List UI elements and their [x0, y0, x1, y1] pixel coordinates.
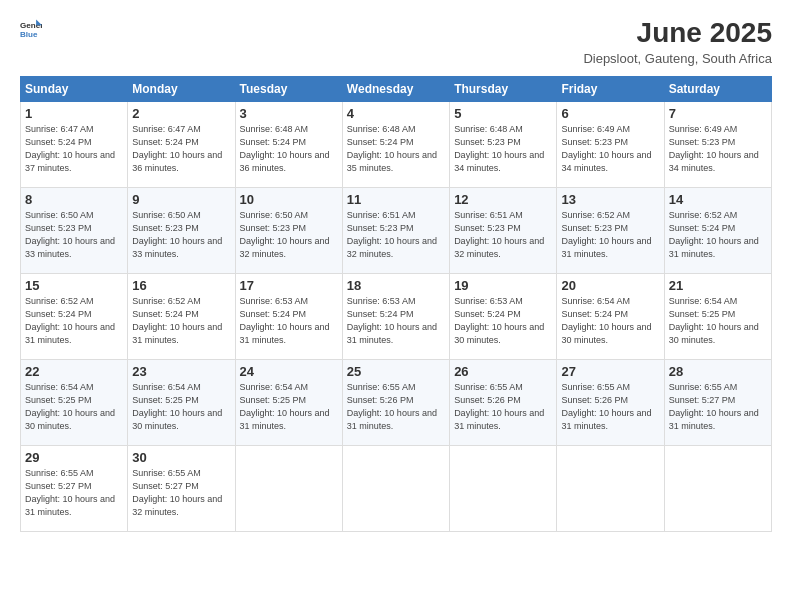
- calendar-cell: 3 Sunrise: 6:48 AMSunset: 5:24 PMDayligh…: [235, 101, 342, 187]
- day-info: Sunrise: 6:55 AMSunset: 5:26 PMDaylight:…: [454, 382, 544, 431]
- calendar-week-row: 15 Sunrise: 6:52 AMSunset: 5:24 PMDaylig…: [21, 273, 772, 359]
- day-info: Sunrise: 6:49 AMSunset: 5:23 PMDaylight:…: [669, 124, 759, 173]
- calendar-cell: [664, 445, 771, 531]
- day-number: 16: [132, 278, 230, 293]
- day-number: 2: [132, 106, 230, 121]
- col-monday: Monday: [128, 76, 235, 101]
- calendar-week-row: 29 Sunrise: 6:55 AMSunset: 5:27 PMDaylig…: [21, 445, 772, 531]
- calendar-cell: 11 Sunrise: 6:51 AMSunset: 5:23 PMDaylig…: [342, 187, 449, 273]
- day-number: 30: [132, 450, 230, 465]
- calendar-cell: 24 Sunrise: 6:54 AMSunset: 5:25 PMDaylig…: [235, 359, 342, 445]
- day-info: Sunrise: 6:55 AMSunset: 5:27 PMDaylight:…: [132, 468, 222, 517]
- day-number: 20: [561, 278, 659, 293]
- day-info: Sunrise: 6:54 AMSunset: 5:24 PMDaylight:…: [561, 296, 651, 345]
- calendar-cell: 30 Sunrise: 6:55 AMSunset: 5:27 PMDaylig…: [128, 445, 235, 531]
- calendar-body: 1 Sunrise: 6:47 AMSunset: 5:24 PMDayligh…: [21, 101, 772, 531]
- calendar-cell: 27 Sunrise: 6:55 AMSunset: 5:26 PMDaylig…: [557, 359, 664, 445]
- day-number: 6: [561, 106, 659, 121]
- day-info: Sunrise: 6:47 AMSunset: 5:24 PMDaylight:…: [132, 124, 222, 173]
- col-thursday: Thursday: [450, 76, 557, 101]
- calendar-cell: 26 Sunrise: 6:55 AMSunset: 5:26 PMDaylig…: [450, 359, 557, 445]
- day-number: 9: [132, 192, 230, 207]
- main-title: June 2025: [583, 18, 772, 49]
- calendar-cell: 1 Sunrise: 6:47 AMSunset: 5:24 PMDayligh…: [21, 101, 128, 187]
- day-number: 28: [669, 364, 767, 379]
- logo: General Blue: [20, 18, 42, 40]
- day-info: Sunrise: 6:53 AMSunset: 5:24 PMDaylight:…: [240, 296, 330, 345]
- day-info: Sunrise: 6:54 AMSunset: 5:25 PMDaylight:…: [669, 296, 759, 345]
- day-info: Sunrise: 6:52 AMSunset: 5:24 PMDaylight:…: [669, 210, 759, 259]
- day-info: Sunrise: 6:52 AMSunset: 5:24 PMDaylight:…: [25, 296, 115, 345]
- day-info: Sunrise: 6:50 AMSunset: 5:23 PMDaylight:…: [240, 210, 330, 259]
- calendar-cell: 7 Sunrise: 6:49 AMSunset: 5:23 PMDayligh…: [664, 101, 771, 187]
- calendar-week-row: 1 Sunrise: 6:47 AMSunset: 5:24 PMDayligh…: [21, 101, 772, 187]
- day-number: 12: [454, 192, 552, 207]
- day-number: 3: [240, 106, 338, 121]
- day-info: Sunrise: 6:47 AMSunset: 5:24 PMDaylight:…: [25, 124, 115, 173]
- day-number: 11: [347, 192, 445, 207]
- calendar-cell: 2 Sunrise: 6:47 AMSunset: 5:24 PMDayligh…: [128, 101, 235, 187]
- calendar-cell: 8 Sunrise: 6:50 AMSunset: 5:23 PMDayligh…: [21, 187, 128, 273]
- day-info: Sunrise: 6:52 AMSunset: 5:23 PMDaylight:…: [561, 210, 651, 259]
- title-block: June 2025 Diepsloot, Gauteng, South Afri…: [583, 18, 772, 66]
- day-info: Sunrise: 6:48 AMSunset: 5:24 PMDaylight:…: [240, 124, 330, 173]
- day-number: 26: [454, 364, 552, 379]
- day-number: 7: [669, 106, 767, 121]
- day-number: 25: [347, 364, 445, 379]
- header-row: Sunday Monday Tuesday Wednesday Thursday…: [21, 76, 772, 101]
- calendar-cell: 12 Sunrise: 6:51 AMSunset: 5:23 PMDaylig…: [450, 187, 557, 273]
- calendar-cell: 9 Sunrise: 6:50 AMSunset: 5:23 PMDayligh…: [128, 187, 235, 273]
- calendar-table: Sunday Monday Tuesday Wednesday Thursday…: [20, 76, 772, 532]
- calendar-week-row: 22 Sunrise: 6:54 AMSunset: 5:25 PMDaylig…: [21, 359, 772, 445]
- day-number: 5: [454, 106, 552, 121]
- calendar-cell: 20 Sunrise: 6:54 AMSunset: 5:24 PMDaylig…: [557, 273, 664, 359]
- calendar-cell: 29 Sunrise: 6:55 AMSunset: 5:27 PMDaylig…: [21, 445, 128, 531]
- col-wednesday: Wednesday: [342, 76, 449, 101]
- day-info: Sunrise: 6:48 AMSunset: 5:23 PMDaylight:…: [454, 124, 544, 173]
- day-info: Sunrise: 6:54 AMSunset: 5:25 PMDaylight:…: [25, 382, 115, 431]
- col-tuesday: Tuesday: [235, 76, 342, 101]
- day-number: 18: [347, 278, 445, 293]
- svg-text:Blue: Blue: [20, 30, 38, 39]
- calendar-cell: [342, 445, 449, 531]
- day-info: Sunrise: 6:48 AMSunset: 5:24 PMDaylight:…: [347, 124, 437, 173]
- day-number: 4: [347, 106, 445, 121]
- day-info: Sunrise: 6:49 AMSunset: 5:23 PMDaylight:…: [561, 124, 651, 173]
- calendar-cell: 13 Sunrise: 6:52 AMSunset: 5:23 PMDaylig…: [557, 187, 664, 273]
- col-friday: Friday: [557, 76, 664, 101]
- calendar-cell: [557, 445, 664, 531]
- calendar-cell: 16 Sunrise: 6:52 AMSunset: 5:24 PMDaylig…: [128, 273, 235, 359]
- calendar-cell: 5 Sunrise: 6:48 AMSunset: 5:23 PMDayligh…: [450, 101, 557, 187]
- calendar-week-row: 8 Sunrise: 6:50 AMSunset: 5:23 PMDayligh…: [21, 187, 772, 273]
- calendar-cell: 19 Sunrise: 6:53 AMSunset: 5:24 PMDaylig…: [450, 273, 557, 359]
- day-info: Sunrise: 6:53 AMSunset: 5:24 PMDaylight:…: [347, 296, 437, 345]
- page: General Blue June 2025 Diepsloot, Gauten…: [0, 0, 792, 612]
- day-number: 27: [561, 364, 659, 379]
- day-number: 23: [132, 364, 230, 379]
- day-number: 22: [25, 364, 123, 379]
- calendar-cell: 28 Sunrise: 6:55 AMSunset: 5:27 PMDaylig…: [664, 359, 771, 445]
- day-info: Sunrise: 6:51 AMSunset: 5:23 PMDaylight:…: [454, 210, 544, 259]
- day-number: 1: [25, 106, 123, 121]
- calendar-cell: 18 Sunrise: 6:53 AMSunset: 5:24 PMDaylig…: [342, 273, 449, 359]
- calendar-cell: [450, 445, 557, 531]
- col-sunday: Sunday: [21, 76, 128, 101]
- calendar-cell: 25 Sunrise: 6:55 AMSunset: 5:26 PMDaylig…: [342, 359, 449, 445]
- day-number: 19: [454, 278, 552, 293]
- day-info: Sunrise: 6:55 AMSunset: 5:26 PMDaylight:…: [561, 382, 651, 431]
- day-number: 17: [240, 278, 338, 293]
- day-info: Sunrise: 6:51 AMSunset: 5:23 PMDaylight:…: [347, 210, 437, 259]
- day-info: Sunrise: 6:55 AMSunset: 5:26 PMDaylight:…: [347, 382, 437, 431]
- day-info: Sunrise: 6:55 AMSunset: 5:27 PMDaylight:…: [669, 382, 759, 431]
- subtitle: Diepsloot, Gauteng, South Africa: [583, 51, 772, 66]
- day-info: Sunrise: 6:54 AMSunset: 5:25 PMDaylight:…: [240, 382, 330, 431]
- logo-icon: General Blue: [20, 18, 42, 40]
- day-number: 14: [669, 192, 767, 207]
- calendar-cell: 4 Sunrise: 6:48 AMSunset: 5:24 PMDayligh…: [342, 101, 449, 187]
- day-number: 13: [561, 192, 659, 207]
- day-info: Sunrise: 6:50 AMSunset: 5:23 PMDaylight:…: [132, 210, 222, 259]
- calendar-cell: 23 Sunrise: 6:54 AMSunset: 5:25 PMDaylig…: [128, 359, 235, 445]
- col-saturday: Saturday: [664, 76, 771, 101]
- day-number: 15: [25, 278, 123, 293]
- calendar-cell: 15 Sunrise: 6:52 AMSunset: 5:24 PMDaylig…: [21, 273, 128, 359]
